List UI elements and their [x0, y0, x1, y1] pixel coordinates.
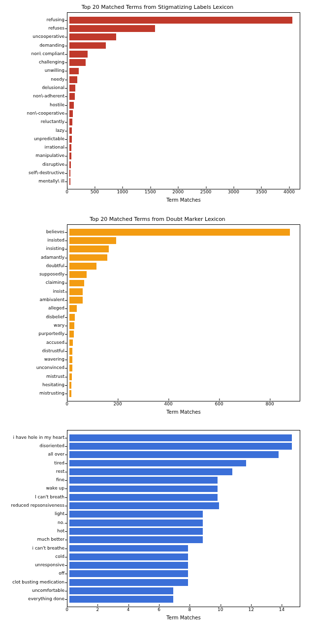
x-tick: 12: [248, 607, 253, 612]
bar-row: non\ compliant: [67, 50, 295, 58]
bar-row: insisting: [67, 245, 295, 253]
bar-row: hot: [67, 527, 295, 535]
bar-label: I can't breath: [10, 495, 66, 500]
bar-row: unresponsive: [67, 561, 295, 569]
bar-label: disoriented: [10, 444, 66, 449]
bar-row: clot busting medication: [67, 578, 295, 586]
bar: [69, 42, 106, 49]
bar: [69, 127, 72, 134]
bar: [69, 153, 71, 159]
x-axis-label: Term Matches: [67, 197, 300, 203]
bar: [69, 178, 70, 185]
x-tick: 0: [65, 607, 68, 612]
bar-row: non\-cooperative: [67, 109, 295, 118]
bar-label: hesitating: [10, 383, 66, 388]
plot-area: refusingrefusesuncooperativedemandingnon…: [67, 12, 300, 189]
x-tick: 4: [127, 607, 130, 612]
bar: [69, 136, 72, 143]
x-tick: 200: [113, 401, 122, 406]
bar-label: light: [10, 512, 66, 517]
bar-label: unconvinced: [10, 366, 66, 370]
bar-label: i have hole in my heart: [10, 435, 66, 440]
bar-row: alleged: [67, 305, 295, 313]
bar: [69, 390, 71, 397]
bar-label: hot: [10, 529, 66, 534]
bar: [69, 382, 71, 389]
x-tick: 14: [279, 607, 284, 612]
bar-label: much better: [10, 537, 66, 542]
bar: [69, 443, 292, 450]
bar-row: disbelief: [67, 313, 295, 321]
bar: [69, 170, 70, 177]
bar-row: lazy: [67, 126, 295, 135]
bar-row: purportedly: [67, 330, 295, 338]
x-tick: 10: [218, 607, 223, 612]
x-tick: 3500: [256, 189, 267, 194]
bar-label: delusional: [10, 86, 66, 91]
bar: [69, 297, 83, 304]
x-tick: 3000: [228, 189, 239, 194]
bar: [69, 587, 173, 594]
bar: [69, 102, 74, 109]
bar: [69, 110, 73, 117]
bar-row: reluctantly: [67, 118, 295, 126]
bar-label: no.: [10, 521, 66, 525]
x-tick: 2500: [200, 189, 212, 194]
bar: [69, 51, 88, 58]
bar-row: refuses: [67, 24, 295, 32]
bar: [69, 33, 116, 40]
bar-row: much better: [67, 536, 295, 544]
bar: [69, 502, 219, 509]
bar-row: demanding: [67, 41, 295, 50]
bar-label: cold: [10, 554, 66, 559]
bar-label: challenging: [10, 60, 66, 65]
bar: [69, 434, 292, 441]
bar: [69, 237, 116, 244]
bar: [69, 331, 74, 337]
bar-row: accused: [67, 338, 295, 347]
bar-label: wary: [10, 323, 66, 328]
bar-row: rest: [67, 467, 295, 476]
bar-label: refuses: [10, 26, 66, 31]
bar: [69, 365, 72, 371]
bar-row: light: [67, 510, 295, 519]
bar-row: irrational: [67, 143, 295, 152]
plot-area: believesinsistedinsistingadamantlydoubtf…: [67, 224, 300, 401]
x-tick: 4000: [284, 189, 295, 194]
x-tick: 2: [96, 607, 99, 612]
bar: [69, 245, 109, 252]
bar-row: disruptive: [67, 160, 295, 169]
bar-row: unwilling: [67, 67, 295, 75]
chart-title: Top 20 Matched Terms from Doubt Marker L…: [10, 216, 305, 222]
bar-row: i have hole in my heart: [67, 433, 295, 442]
bar-label: purportedly: [10, 332, 66, 337]
bar-label: manipulative: [10, 153, 66, 158]
bar-row: wavering: [67, 355, 295, 364]
x-tick: 6: [158, 607, 160, 612]
x-tick: 1500: [145, 189, 156, 194]
bar-row: distrustful: [67, 347, 295, 355]
bar-label: doubtful: [10, 264, 66, 269]
x-tick: 2000: [172, 189, 184, 194]
bar: [69, 545, 188, 552]
bar-label: disruptive: [10, 162, 66, 167]
plot-area: i have hole in my heartdisorientedall ov…: [67, 430, 300, 607]
chart-2: Top 20 Matched Terms from Doubt Marker L…: [10, 212, 305, 415]
bar: [69, 520, 203, 526]
bar-label: fine: [10, 478, 66, 483]
bar-label: clot busting medication: [10, 580, 66, 585]
bar-row: cold: [67, 552, 295, 561]
bar: [69, 17, 292, 24]
x-tick: 1000: [117, 189, 128, 194]
bar-row: challenging: [67, 58, 295, 66]
bar-row: doubtful: [67, 262, 295, 270]
bar-label: non\-cooperative: [10, 111, 66, 116]
bar-label: uncomfortable: [10, 588, 66, 593]
bar-label: insisting: [10, 246, 66, 251]
bar: [69, 263, 96, 270]
bar-label: accused: [10, 340, 66, 345]
bar-label: reluctantly: [10, 120, 66, 124]
bar-label: adamantly: [10, 255, 66, 260]
bar-label: non\-adherent: [10, 94, 66, 99]
bar-label: i can't breathe: [10, 546, 66, 551]
